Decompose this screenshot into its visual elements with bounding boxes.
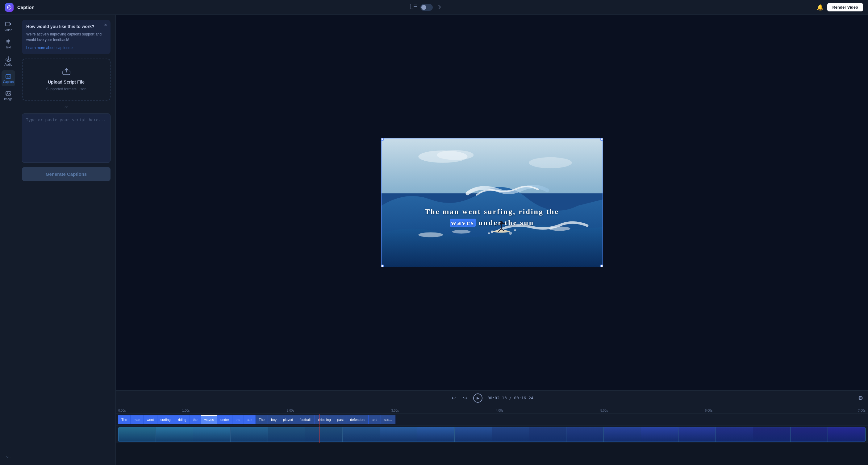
video-thumb	[380, 427, 417, 441]
svg-point-20	[437, 150, 473, 160]
info-card-close-button[interactable]: ✕	[104, 23, 107, 27]
upload-icon	[62, 68, 71, 77]
svg-point-23	[418, 232, 443, 237]
main-layout: Video Text Audio	[0, 15, 868, 465]
video-thumbnail-track	[116, 426, 868, 443]
svg-rect-5	[5, 22, 10, 26]
video-thumb	[716, 427, 753, 441]
ruler-mark-2: 2.00s	[238, 409, 343, 412]
video-thumbnails	[118, 427, 866, 442]
word-chip[interactable]: boy	[268, 416, 280, 424]
word-chip[interactable]: waves	[201, 416, 217, 424]
video-preview: The man went surfing, riding the waves u…	[116, 15, 868, 390]
video-thumb	[343, 427, 380, 441]
topbar-right: 🔔 Render Video	[817, 3, 863, 11]
sidebar-video-label: Video	[4, 28, 12, 32]
time-display: 00:02.13 / 00:16.24	[487, 396, 533, 400]
caption-line-1: The man went surfing, riding the	[381, 206, 602, 217]
handle-bottom-left[interactable]	[381, 265, 384, 267]
theme-toggle[interactable]	[421, 4, 433, 11]
upload-title: Upload Script File	[48, 79, 85, 85]
moon-icon: ☽	[436, 4, 441, 10]
sidebar-item-image[interactable]: Image	[2, 88, 15, 104]
app-title: Caption	[17, 5, 35, 10]
handle-top-right[interactable]	[600, 138, 603, 141]
play-button[interactable]: ▶	[473, 394, 483, 403]
sidebar-toggle-button[interactable]	[410, 4, 417, 10]
sidebar-audio-label: Audio	[4, 63, 12, 66]
empty-track-2	[116, 454, 868, 465]
topbar: Caption ☽ 🔔 Render Video	[0, 0, 868, 15]
redo-button[interactable]: ↪	[462, 394, 468, 402]
word-chip[interactable]: defenders	[347, 416, 369, 424]
sidebar-caption-label: Caption	[3, 80, 13, 84]
svg-point-35	[488, 232, 490, 234]
word-chip[interactable]: man	[130, 416, 144, 424]
or-divider: or	[22, 105, 111, 109]
sidebar-nav: Video Text Audio	[0, 15, 17, 465]
ruler-mark-3: 3.00s	[343, 409, 447, 412]
video-thumb	[119, 427, 156, 441]
word-chip[interactable]: the	[232, 416, 244, 424]
ruler-mark-0: 0.00s	[118, 409, 134, 412]
video-thumb	[529, 427, 566, 441]
caption-overlay: The man went surfing, riding the waves u…	[381, 206, 602, 228]
sidebar-item-caption[interactable]: Caption	[2, 70, 15, 86]
version-label: V6	[6, 453, 10, 461]
word-chip[interactable]: surfing,	[157, 416, 175, 424]
video-thumb	[417, 427, 455, 441]
word-chip[interactable]: past	[334, 416, 347, 424]
caption-highlighted-word: waves	[450, 219, 476, 227]
word-chip[interactable]: went	[144, 416, 157, 424]
timeline-ruler: 0.00s 1.00s 2.00s 3.00s 4.00s 5.00s 6.00…	[116, 405, 868, 414]
script-textarea[interactable]	[22, 113, 111, 163]
video-thumb	[828, 427, 865, 441]
handle-top-left[interactable]	[381, 138, 384, 141]
svg-point-24	[452, 230, 470, 234]
caption-words-track: Themanwentsurfing,ridingthewavesunderthe…	[116, 414, 868, 426]
learn-more-link[interactable]: Learn more about captions ›	[26, 46, 106, 50]
timeline-settings-button[interactable]: ⚙	[858, 395, 863, 401]
timeline-area: 0.00s 1.00s 2.00s 3.00s 4.00s 5.00s 6.00…	[116, 405, 868, 465]
generate-captions-button[interactable]: Generate Captions	[22, 167, 111, 181]
video-scene: The man went surfing, riding the waves u…	[381, 138, 602, 267]
caption-words-container: Themanwentsurfing,ridingthewavesunderthe…	[118, 416, 395, 424]
sidebar-image-label: Image	[4, 97, 13, 101]
video-thumb	[305, 427, 343, 441]
info-card: How would you like this to work? We're a…	[22, 20, 111, 54]
topbar-center: ☽	[410, 4, 441, 11]
word-chip[interactable]: football,	[296, 416, 315, 424]
upload-script-area[interactable]: Upload Script File Supported formats: .j…	[22, 59, 111, 101]
render-video-button[interactable]: Render Video	[827, 3, 863, 11]
svg-point-0	[7, 5, 11, 9]
svg-rect-1	[410, 4, 413, 9]
video-thumb	[566, 427, 604, 441]
handle-bottom-right[interactable]	[600, 265, 603, 267]
word-chip[interactable]: The	[118, 416, 130, 424]
sidebar-item-text[interactable]: Text	[2, 36, 15, 52]
info-card-title: How would you like this to work?	[26, 24, 106, 29]
word-chip[interactable]: sun	[244, 416, 256, 424]
word-chip[interactable]: sco...	[381, 416, 395, 424]
word-chip[interactable]: and	[369, 416, 381, 424]
upload-subtitle: Supported formats: .json	[46, 87, 87, 91]
word-chip[interactable]: played	[280, 416, 296, 424]
video-thumb	[492, 427, 529, 441]
video-area: The man went surfing, riding the waves u…	[116, 15, 868, 465]
word-chip[interactable]: dribbling	[315, 416, 334, 424]
word-chip[interactable]: the	[190, 416, 201, 424]
word-chip[interactable]: riding	[175, 416, 190, 424]
notification-bell-icon[interactable]: 🔔	[817, 4, 824, 11]
word-chip[interactable]: under	[217, 416, 232, 424]
word-chip[interactable]: The	[256, 416, 268, 424]
sidebar-item-audio[interactable]: Audio	[2, 53, 15, 69]
svg-rect-11	[6, 75, 11, 78]
svg-point-21	[529, 157, 572, 168]
video-thumb	[604, 427, 641, 441]
ruler-mark-7: 7.00s	[761, 409, 866, 412]
sidebar-item-video[interactable]: Video	[2, 19, 15, 35]
video-thumb	[790, 427, 828, 441]
undo-button[interactable]: ↩	[451, 394, 457, 402]
info-card-body: We're actively improving captions suppor…	[26, 31, 106, 42]
caption-line-2: waves under the sun	[381, 217, 602, 228]
